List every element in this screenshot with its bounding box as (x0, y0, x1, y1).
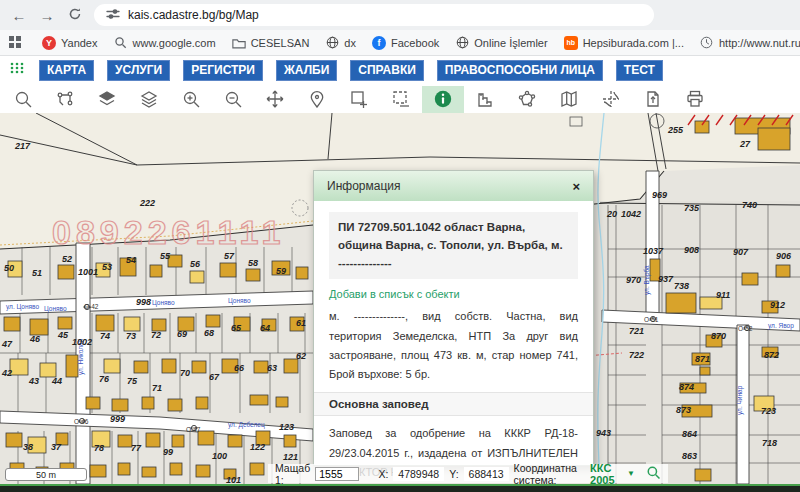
parcel-number-label: 78 (94, 443, 104, 453)
bookmark-dx[interactable]: dx (317, 33, 364, 53)
street-name-label: 999 (110, 414, 125, 424)
nav-правоспособни-лица[interactable]: ПРАВОСПОСОБНИ ЛИЦА (437, 60, 603, 81)
map-canvas[interactable]: 2172222725596920104273574050515253545556… (0, 113, 800, 484)
bookmark-hepsiburada-com-[interactable]: hbHepsiburada.com |... (556, 33, 692, 53)
parcel-number-label: 723 (761, 406, 776, 416)
bookmark-label: Hepsiburada.com |... (583, 37, 684, 49)
folder-icon (232, 36, 246, 50)
tool-location-button[interactable] (296, 86, 338, 113)
map-statusbar: Мащаб 1: X: 4789948 Y: 688413 Координатн… (268, 464, 668, 483)
bookmark-ceselsan[interactable]: CESELSAN (224, 33, 318, 53)
bookmark-label: CESELSAN (251, 37, 310, 49)
tool-zoom-out-button[interactable] (212, 86, 254, 113)
parcel-number-label: 42 (1, 368, 12, 378)
bookmark-facebook[interactable]: fFacebook (364, 33, 447, 53)
crs-dropdown-icon[interactable]: ▼ (627, 469, 635, 478)
parcel-number-label: 100 (212, 451, 227, 461)
tool-info-button[interactable] (422, 86, 464, 113)
nav-справки[interactable]: СПРАВКИ (350, 60, 424, 81)
bookmark-www-google-com[interactable]: www.google.com (106, 33, 224, 53)
parcel-number-label: 52 (62, 254, 72, 264)
nav-услуги[interactable]: УСЛУГИ (107, 60, 170, 81)
nav-карта[interactable]: КАРТА (39, 60, 94, 81)
bookmarks-bar: YYandexwww.google.comCESELSANdxfFacebook… (0, 30, 800, 56)
parcel-number-label: 44 (51, 376, 62, 386)
y-value: 688413 (464, 467, 509, 481)
nav-тест[interactable]: ТЕСТ (616, 60, 663, 81)
coordinate-search-icon[interactable] (646, 465, 661, 482)
tool-print-button[interactable] (674, 86, 716, 113)
tool-export-button[interactable] (632, 86, 674, 113)
parcel-description: м. --------------, вид собств. Частна, в… (329, 307, 578, 384)
bookmark-label: www.google.com (133, 37, 216, 49)
parcel-number-label: 77 (131, 443, 142, 453)
x-label: X: (378, 468, 388, 480)
crs-value[interactable]: ККС 2005 (590, 462, 622, 485)
tool-layers-button[interactable] (128, 86, 170, 113)
bookmark-http-www-nut-ru-[interactable]: http://www.nut.ru/... (692, 33, 800, 53)
tool-draw-rectangle-button[interactable] (338, 86, 380, 113)
bookmark-label: Yandex (61, 37, 98, 49)
parcel-number-label: 937 (658, 274, 674, 284)
street-name-label: 1001 (78, 267, 98, 277)
url-bar[interactable]: kais.cadastre.bg/bg/Map (94, 4, 654, 26)
parcel-number-label: 101 (226, 475, 241, 484)
parcel-number-label: 907 (733, 247, 749, 257)
parcel-number-label: 969 (652, 190, 667, 200)
parcel-number-label: 70 (180, 368, 190, 378)
parcel-number-label: 27 (739, 139, 751, 149)
tool-zoom-in-button[interactable] (170, 86, 212, 113)
apps-grid-icon[interactable] (8, 35, 22, 51)
add-to-list-link[interactable]: Добави в списък с обекти (329, 288, 578, 300)
url-text: kais.cadastre.bg/bg/Map (128, 8, 259, 22)
watermark-phone-text: 0892261111 (52, 213, 285, 251)
tool-polygon-button[interactable] (506, 86, 548, 113)
forward-icon[interactable]: → (38, 7, 56, 24)
close-icon[interactable]: × (572, 179, 580, 194)
reload-icon[interactable] (66, 7, 84, 24)
info-popup-header: Информация × (314, 171, 593, 201)
tool-layers-filled-button[interactable] (86, 86, 128, 113)
tool-measure-button[interactable] (464, 86, 506, 113)
menu-dots-icon[interactable] (10, 62, 26, 80)
x-value: 4789948 (393, 467, 444, 481)
browser-address-bar: ← → kais.cadastre.bg/bg/Map (0, 0, 800, 30)
parcel-number-label: 67 (209, 372, 220, 382)
parcel-number-label: 735 (684, 203, 700, 213)
tool-search-button[interactable] (2, 86, 44, 113)
parcel-number-label: 53 (102, 262, 112, 272)
street-name-label: О-51 (644, 316, 659, 323)
street-name-label: 1002 (72, 337, 92, 347)
tool-select-area-button[interactable] (380, 86, 422, 113)
globe-icon (455, 36, 469, 50)
parcel-number-label: 217 (14, 141, 31, 151)
parcel-number-label: 68 (204, 328, 214, 338)
parcel-number-label: 57 (224, 251, 235, 261)
parcel-number-label: 73 (126, 331, 136, 341)
scale-input[interactable] (315, 467, 359, 481)
back-icon[interactable]: ← (10, 7, 28, 24)
bookmark-label: Facebook (391, 37, 439, 49)
parcel-number-label: 58 (248, 258, 258, 268)
nav-жалби[interactable]: ЖАЛБИ (276, 60, 337, 81)
parcel-number-label: 20 (606, 209, 617, 219)
tool-map-button[interactable] (548, 86, 590, 113)
parcel-number-label: 61 (296, 318, 306, 328)
tool-roads-button[interactable] (590, 86, 632, 113)
bookmark-yandex[interactable]: YYandex (34, 33, 106, 53)
street-name-label: Цоняво (44, 305, 67, 313)
hepsiburada-icon: hb (564, 36, 578, 50)
site-settings-icon[interactable] (106, 7, 120, 24)
street-name-label: ул. Върба (643, 265, 651, 295)
bookmark-online-i-lemler[interactable]: Online İşlemler (447, 33, 555, 53)
nav-регистри[interactable]: РЕГИСТРИ (183, 60, 263, 81)
scale-label: Мащаб 1: (275, 462, 310, 485)
tool-route-button[interactable] (44, 86, 86, 113)
parcel-number-label: 71 (152, 383, 162, 393)
tool-pan-button[interactable] (254, 86, 296, 113)
parcel-number-label: 65 (231, 323, 242, 333)
order-section-heading: Основна заповед (314, 392, 593, 416)
parcel-number-label: 45 (57, 330, 69, 340)
parcel-number-label: 864 (682, 429, 697, 439)
parcel-title: ПИ 72709.501.1042 област Варна, община В… (329, 212, 578, 279)
